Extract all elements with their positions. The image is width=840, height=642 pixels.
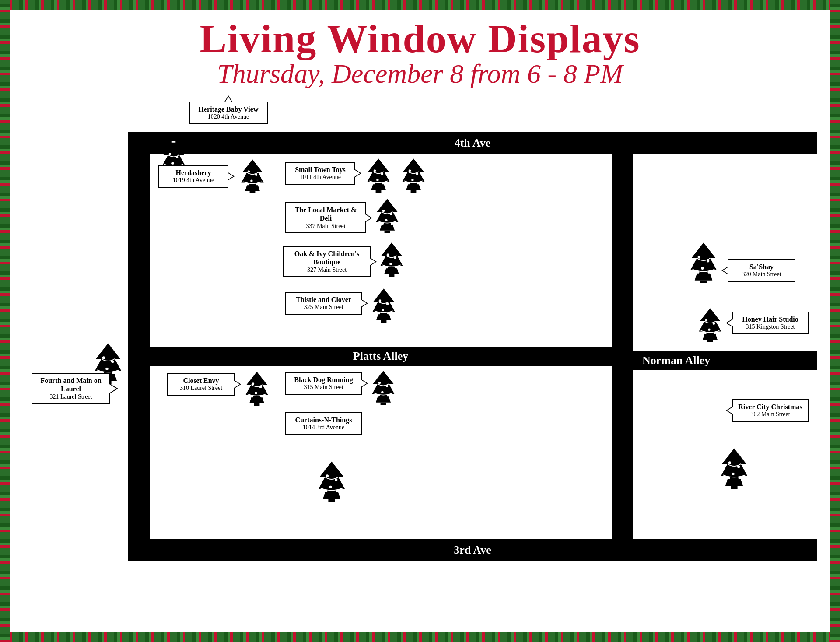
svg-point-47: [382, 309, 384, 311]
tree-curtains-svg: [314, 460, 349, 502]
fourth-ave-label: 4th Ave: [455, 137, 491, 150]
svg-rect-86: [707, 340, 713, 342]
svg-marker-57: [245, 372, 268, 403]
herdashery-name: Herdashery: [164, 168, 223, 177]
svg-rect-30: [385, 231, 390, 233]
svg-point-26: [411, 179, 413, 181]
sashay-box: Sa'Shay 320 Main Street: [728, 259, 795, 282]
svg-rect-23: [411, 190, 416, 193]
fourth-main-name: Fourth and Main on Laurel: [37, 376, 105, 393]
svg-point-59: [252, 382, 254, 385]
platts-alley-label: Platts Alley: [353, 350, 408, 363]
svg-marker-92: [721, 449, 748, 486]
sashay-name: Sa'Shay: [733, 263, 790, 271]
oak-ivy-box: Oak & Ivy Children's Boutique 327 Main S…: [283, 246, 371, 277]
black-dog-box: Black Dog Running 315 Main Street: [285, 372, 362, 395]
svg-marker-8: [241, 159, 263, 191]
honey-hair-address: 315 Kingston Street: [737, 323, 803, 331]
svg-rect-58: [254, 403, 260, 406]
svg-point-38: [387, 253, 389, 256]
curtains-address: 1014 3rd Avenue: [290, 424, 357, 432]
norman-alley-label: Norman Alley: [642, 354, 710, 367]
tree-right4th-svg: [398, 158, 429, 193]
holly-right-border: [830, 0, 840, 642]
heritage-baby-name: Heritage Baby View: [194, 105, 262, 113]
svg-marker-22: [402, 158, 424, 190]
sashay-address: 320 Main Street: [733, 271, 790, 278]
svg-point-12: [250, 180, 252, 182]
oak-ivy-address: 327 Main Street: [288, 267, 365, 274]
svg-point-4: [172, 162, 174, 165]
third-ave-street: 3rd Ave: [128, 539, 817, 561]
tree-sashay-svg: [686, 242, 721, 283]
river-city-box: River City Christmas 302 Main Street: [732, 399, 808, 422]
closet-envy-address: 310 Laurel Street: [172, 385, 230, 392]
herdashery-box: Herdashery 1019 4th Avenue: [158, 165, 228, 188]
svg-rect-44: [381, 320, 387, 323]
heritage-baby-address: 1020 4th Avenue: [194, 113, 262, 121]
svg-marker-43: [372, 288, 395, 320]
svg-marker-36: [380, 242, 402, 274]
closet-envy-box: Closet Envy 310 Laurel Street: [167, 373, 235, 396]
svg-point-80: [698, 256, 700, 258]
tree-localmarket-svg: [372, 198, 402, 233]
local-market-name: The Local Market & Deli: [290, 206, 361, 222]
fourth-ave-street: 4th Ave: [128, 132, 817, 154]
fourth-main-box: Fourth and Main on Laurel 321 Laurel Str…: [32, 373, 110, 404]
tree-small-town-svg: [363, 158, 394, 193]
holly-bottom-border: [0, 632, 840, 642]
svg-rect-16: [376, 190, 382, 193]
svg-marker-71: [318, 462, 345, 499]
svg-point-82: [701, 267, 704, 270]
tree-curtains: [314, 460, 349, 502]
svg-point-61: [255, 392, 257, 394]
svg-point-31: [382, 210, 385, 212]
page-content: Living Window Displays Thursday, Decembe…: [10, 10, 830, 632]
black-dog-name: Black Dog Running: [290, 375, 357, 384]
svg-point-75: [329, 486, 332, 488]
svg-point-19: [376, 179, 378, 181]
herdashery-address: 1019 4th Avenue: [164, 177, 223, 184]
tree-closetenvy-svg: [242, 371, 272, 406]
tree-black-dog: [368, 370, 399, 405]
svg-point-87: [705, 319, 707, 321]
thistle-clover-name: Thistle and Clover: [290, 295, 357, 304]
small-town-toys-address: 1011 4th Avenue: [290, 174, 350, 181]
fourth-main-address: 321 Laurel Street: [37, 393, 105, 401]
svg-rect-93: [731, 486, 737, 489]
main-title: Living Window Displays: [10, 18, 830, 59]
holly-top-border: [0, 0, 840, 10]
third-ave-label: 3rd Ave: [454, 544, 491, 557]
svg-marker-78: [690, 243, 717, 281]
curtains-box: Curtains-N-Things 1014 3rd Avenue: [285, 412, 362, 435]
svg-point-24: [409, 169, 411, 172]
subtitle: Thursday, December 8 from 6 - 8 PM: [10, 59, 830, 88]
svg-point-94: [728, 461, 731, 464]
tree-rivercity-svg: [717, 447, 752, 489]
svg-marker-64: [372, 371, 394, 403]
svg-point-73: [326, 474, 329, 477]
svg-point-33: [385, 219, 387, 221]
tree-sashay: [686, 242, 721, 283]
map-container: 4th Ave 3rd Ave Laurel Street Main Stree…: [23, 97, 817, 579]
closet-envy-name: Closet Envy: [172, 376, 230, 385]
tree-small-town-toys: [363, 158, 394, 193]
curtains-name: Curtains-N-Things: [290, 416, 357, 424]
tree-honey-hair: [695, 307, 725, 342]
svg-marker-29: [376, 199, 398, 231]
local-market-box: The Local Market & Deli 337 Main Street: [285, 202, 366, 233]
norman-alley-street: Norman Alley: [634, 351, 817, 370]
thistle-clover-address: 325 Main Street: [290, 304, 357, 311]
tree-oak-ivy: [376, 242, 407, 277]
svg-point-2: [169, 153, 171, 155]
platts-alley-street: Platts Alley: [128, 347, 634, 366]
svg-point-96: [732, 473, 734, 475]
svg-rect-79: [700, 281, 707, 283]
svg-marker-15: [367, 158, 389, 190]
river-city-name: River City Christmas: [737, 403, 803, 411]
tree-right-4th: [398, 158, 429, 193]
small-town-toys-name: Small Town Toys: [290, 165, 350, 174]
tree-honeyhair-svg: [695, 307, 725, 342]
svg-point-54: [105, 368, 108, 370]
tree-blackdog-svg: [368, 370, 399, 405]
